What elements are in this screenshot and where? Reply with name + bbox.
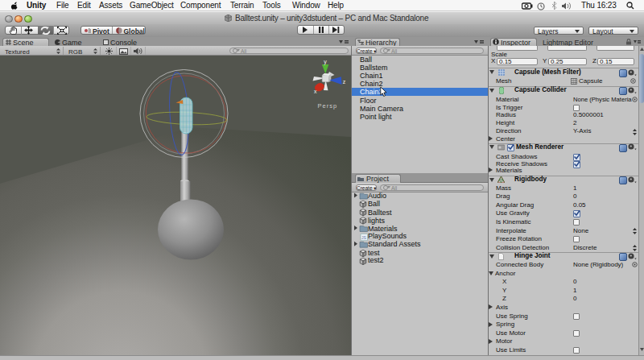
svg-text:z: z bbox=[343, 79, 346, 85]
svg-text:JS: JS bbox=[361, 235, 367, 240]
svg-text:Persp: Persp bbox=[318, 102, 338, 110]
svg-text:y: y bbox=[324, 59, 327, 65]
svg-text:x: x bbox=[314, 89, 317, 94]
